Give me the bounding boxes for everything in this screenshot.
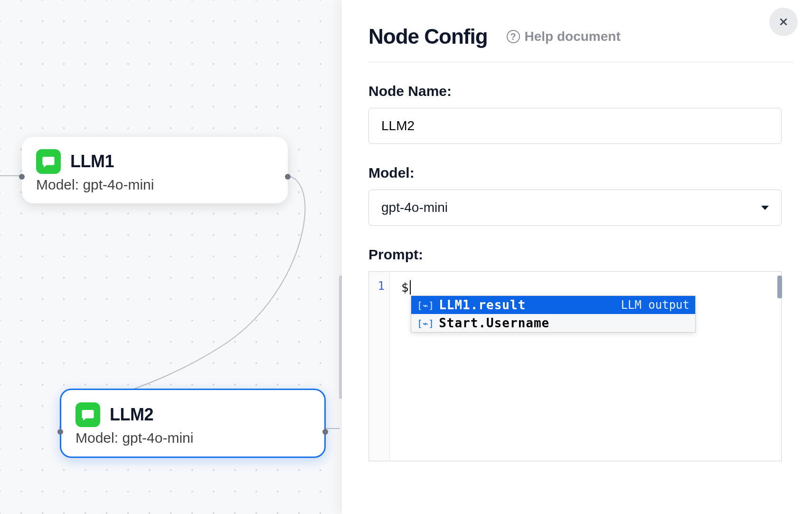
variable-icon: [⌁] <box>417 317 434 329</box>
node-config-panel: Node Config ? Help document Node Name: M… <box>342 0 812 514</box>
model-label: Model: <box>368 165 793 181</box>
autocomplete-item-llm1-result[interactable]: [⌁] LLM1.result LLM output <box>411 296 695 314</box>
node-title: LLM2 <box>110 405 153 425</box>
handle-out[interactable] <box>322 429 328 435</box>
close-button[interactable] <box>769 8 798 36</box>
autocomplete-item-start-username[interactable]: [⌁] Start.Username <box>411 314 695 332</box>
chat-icon <box>76 402 100 427</box>
chevron-down-icon <box>761 206 769 210</box>
help-document-link[interactable]: ? Help document <box>507 29 621 44</box>
node-name-label: Node Name: <box>368 83 793 99</box>
handle-in[interactable] <box>19 174 25 180</box>
prompt-text: $ <box>401 280 409 295</box>
workflow-canvas[interactable]: LLM1 Model: gpt-4o-mini LLM2 Model: gpt-… <box>0 0 340 514</box>
editor-gutter: 1 <box>369 272 390 461</box>
model-selected-value: gpt-4o-mini <box>381 200 448 215</box>
node-title: LLM1 <box>70 152 114 171</box>
node-llm1[interactable]: LLM1 Model: gpt-4o-mini <box>22 137 288 203</box>
prompt-editor[interactable]: 1 $ [⌁] LLM1.result LLM output [⌁] Start… <box>368 271 782 461</box>
help-link-label: Help document <box>525 29 621 44</box>
model-select[interactable]: gpt-4o-mini <box>368 190 782 226</box>
node-subtitle: Model: gpt-4o-mini <box>36 177 274 193</box>
node-name-input[interactable] <box>381 108 769 143</box>
handle-in[interactable] <box>57 429 63 435</box>
panel-title: Node Config <box>368 25 488 48</box>
prompt-label: Prompt: <box>368 247 793 263</box>
help-icon: ? <box>507 30 520 43</box>
handle-out[interactable] <box>285 174 291 180</box>
node-llm2[interactable]: LLM2 Model: gpt-4o-mini <box>60 389 326 458</box>
node-name-input-wrap <box>368 108 782 144</box>
editor-scrollbar[interactable] <box>777 276 782 298</box>
chat-icon <box>36 149 61 174</box>
autocomplete-popup: [⌁] LLM1.result LLM output [⌁] Start.Use… <box>411 295 696 333</box>
text-caret <box>410 280 411 295</box>
variable-icon: [⌁] <box>417 299 434 311</box>
node-subtitle: Model: gpt-4o-mini <box>76 430 310 446</box>
